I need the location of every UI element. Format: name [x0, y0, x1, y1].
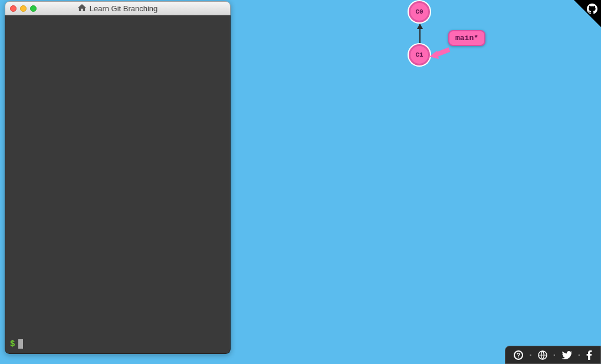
edge-c1-c0 [419, 24, 421, 44]
close-button[interactable] [10, 5, 17, 12]
bottom-toolbar: ? · · · [505, 346, 601, 364]
terminal-titlebar: Learn Git Branching [5, 1, 231, 15]
branch-label-main[interactable]: main* [448, 30, 485, 46]
terminal-cursor [18, 339, 23, 349]
maximize-button[interactable] [30, 5, 37, 12]
commit-id: C0 [415, 8, 423, 15]
commit-node-c0[interactable]: C0 [409, 1, 430, 22]
minimize-button[interactable] [20, 5, 27, 12]
help-button[interactable]: ? [514, 350, 523, 360]
commit-id: C1 [415, 51, 423, 58]
twitter-button[interactable] [561, 351, 572, 359]
traffic-lights [10, 5, 37, 12]
prompt-symbol: $ [10, 339, 15, 349]
separator: · [529, 350, 531, 360]
separator: · [578, 350, 580, 360]
commit-node-c1[interactable]: C1 [409, 44, 430, 65]
facebook-button[interactable] [586, 350, 592, 360]
home-icon[interactable] [78, 3, 86, 14]
terminal-input-row[interactable]: $ [5, 337, 230, 353]
separator: · [553, 350, 556, 360]
svg-text:?: ? [517, 352, 520, 359]
terminal-output [5, 15, 230, 337]
svg-marker-0 [429, 51, 439, 59]
window-title[interactable]: Learn Git Branching [90, 4, 158, 13]
octocat-icon [587, 4, 597, 17]
branch-arrow [428, 46, 451, 60]
globe-button[interactable] [538, 350, 547, 360]
terminal-window: Learn Git Branching $ [5, 1, 231, 354]
branch-name: main* [455, 34, 478, 42]
terminal-body[interactable]: $ [5, 15, 231, 354]
